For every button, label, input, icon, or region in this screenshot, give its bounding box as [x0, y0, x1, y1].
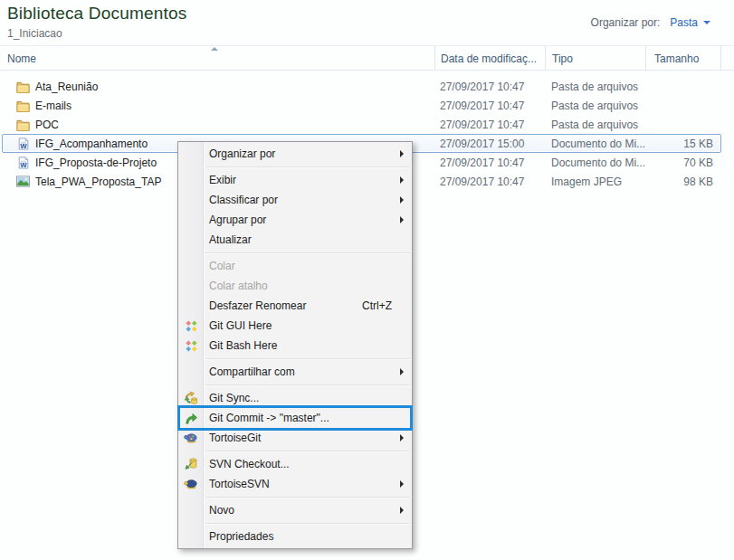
file-type: Pasta de arquivos — [547, 100, 647, 112]
menu-item-colar-atalho: Colar atalho — [178, 276, 412, 296]
git-sync-icon — [178, 391, 204, 405]
menu-item-label: Exibir — [209, 174, 412, 186]
column-header-label: Tipo — [552, 52, 573, 65]
svn-checkout-icon — [178, 457, 204, 471]
git-logo-icon — [178, 319, 204, 333]
image-icon — [15, 175, 31, 189]
file-name: Tela_PWA_Proposta_TAP — [35, 176, 161, 188]
column-header-size[interactable]: Tamanho — [646, 46, 721, 70]
submenu-arrow-icon — [400, 480, 404, 488]
menu-item-label: Git GUI Here — [209, 319, 412, 332]
arrange-by-label: Organizar por: — [591, 16, 661, 29]
folder-icon — [15, 80, 31, 94]
file-type: Documento do Mi... — [547, 138, 647, 150]
file-name: E-mails — [35, 100, 71, 112]
menu-item-label: Agrupar por — [209, 214, 412, 226]
file-name: IFG_Acompanhamento — [35, 138, 148, 150]
menu-item-tortoisesvn[interactable]: TortoiseSVN — [178, 474, 412, 494]
file-date: 27/09/2017 10:47 — [436, 176, 547, 188]
submenu-arrow-icon — [400, 368, 404, 375]
file-name: Ata_Reunião — [35, 81, 98, 93]
sort-ascending-icon — [211, 47, 218, 51]
arrange-by-value[interactable]: Pasta — [670, 16, 698, 29]
file-type: Pasta de arquivos — [547, 119, 647, 131]
menu-item-tortoisegit[interactable]: TortoiseGit — [178, 428, 412, 448]
column-header-filler — [721, 46, 734, 70]
menu-item-propriedades[interactable]: Propriedades — [178, 527, 412, 546]
menu-item-classificar-por[interactable]: Classificar por — [178, 190, 412, 210]
menu-item-label: Classificar por — [209, 194, 412, 206]
word-icon: W — [15, 137, 31, 151]
menu-item-label: Organizar por — [209, 147, 412, 160]
submenu-arrow-icon — [400, 176, 404, 184]
submenu-arrow-icon — [400, 216, 404, 223]
menu-item-label: SVN Checkout... — [209, 458, 412, 470]
menu-item-label: Atualizar — [209, 233, 412, 246]
menu-item-label: Git Sync... — [209, 392, 412, 404]
menu-separator — [205, 497, 410, 498]
file-name-cell: POC — [3, 118, 436, 132]
column-header-type[interactable]: Tipo — [546, 46, 646, 70]
folder-icon — [15, 118, 31, 132]
file-row-ata-reuni-o[interactable]: Ata_Reunião27/09/2017 10:47Pasta de arqu… — [2, 77, 721, 96]
menu-item-organizar-por[interactable]: Organizar por — [178, 144, 412, 164]
word-icon: W — [15, 156, 31, 170]
file-type: Imagem JPEG — [547, 176, 647, 188]
menu-item-label: Novo — [209, 504, 412, 517]
menu-item-label: Colar — [209, 260, 412, 272]
file-row-e-mails[interactable]: E-mails27/09/2017 10:47Pasta de arquivos — [2, 96, 721, 115]
file-size: 98 KB — [647, 176, 720, 188]
menu-item-label: Git Commit -> "master"... — [209, 412, 412, 424]
submenu-arrow-icon — [400, 150, 404, 157]
file-name: POC — [35, 119, 59, 131]
submenu-arrow-icon — [400, 434, 404, 441]
git-commit-icon — [178, 412, 204, 425]
menu-item-git-bash-here[interactable]: Git Bash Here — [178, 336, 412, 356]
svg-text:W: W — [20, 161, 27, 169]
menu-separator — [205, 451, 410, 451]
menu-item-agrupar-por[interactable]: Agrupar por — [178, 210, 412, 230]
folder-icon — [15, 99, 31, 113]
menu-item-exibir[interactable]: Exibir — [178, 170, 412, 190]
page-title: Biblioteca Documentos — [7, 4, 187, 24]
menu-item-colar: Colar — [178, 256, 412, 276]
menu-item-git-commit-master[interactable]: Git Commit -> "master"... — [178, 408, 412, 428]
file-name-cell: E-mails — [3, 99, 436, 113]
file-name: IFG_Proposta-de-Projeto — [35, 157, 157, 169]
column-header-label: Data de modificaç... — [441, 52, 537, 65]
menu-item-label: Desfazer Renomear — [209, 299, 362, 312]
arrange-by-control[interactable]: Organizar por: Pasta — [591, 16, 710, 29]
chevron-down-icon — [703, 21, 710, 24]
file-date: 27/09/2017 10:47 — [436, 81, 547, 93]
menu-item-desfazer-renomear[interactable]: Desfazer RenomearCtrl+Z — [178, 296, 412, 316]
file-type: Pasta de arquivos — [547, 81, 647, 93]
menu-item-label: Colar atalho — [209, 280, 412, 292]
file-row-poc[interactable]: POC27/09/2017 10:47Pasta de arquivos — [2, 115, 721, 134]
menu-item-atualizar[interactable]: Atualizar — [178, 230, 412, 250]
file-size: 15 KB — [647, 138, 720, 150]
git-logo-icon — [178, 339, 204, 353]
menu-separator — [205, 523, 410, 524]
column-header-name[interactable]: Nome — [0, 46, 435, 70]
menu-item-svn-checkout[interactable]: SVN Checkout... — [178, 454, 412, 474]
menu-item-git-gui-here[interactable]: Git GUI Here — [178, 316, 412, 336]
menu-item-novo[interactable]: Novo — [178, 500, 412, 520]
tortoisegit-icon — [178, 432, 204, 444]
menu-separator — [205, 384, 410, 385]
submenu-arrow-icon — [400, 196, 404, 204]
menu-separator — [205, 252, 410, 253]
explorer-window: Biblioteca Documentos 1_Iniciacao Organi… — [0, 0, 734, 560]
column-header-label: Nome — [7, 52, 36, 65]
file-date: 27/09/2017 10:47 — [436, 157, 547, 169]
menu-separator — [205, 166, 410, 167]
svg-text:W: W — [20, 142, 27, 150]
submenu-arrow-icon — [400, 507, 404, 514]
menu-item-label: TortoiseGit — [209, 432, 412, 444]
menu-item-compartilhar-com[interactable]: Compartilhar com — [178, 362, 412, 382]
file-date: 27/09/2017 15:00 — [436, 138, 547, 150]
file-date: 27/09/2017 10:47 — [436, 100, 547, 112]
file-type: Documento do Mi... — [547, 157, 647, 169]
file-name-cell: Ata_Reunião — [3, 80, 436, 94]
menu-item-git-sync[interactable]: Git Sync... — [178, 388, 412, 408]
column-header-date[interactable]: Data de modificaç... — [435, 46, 546, 70]
